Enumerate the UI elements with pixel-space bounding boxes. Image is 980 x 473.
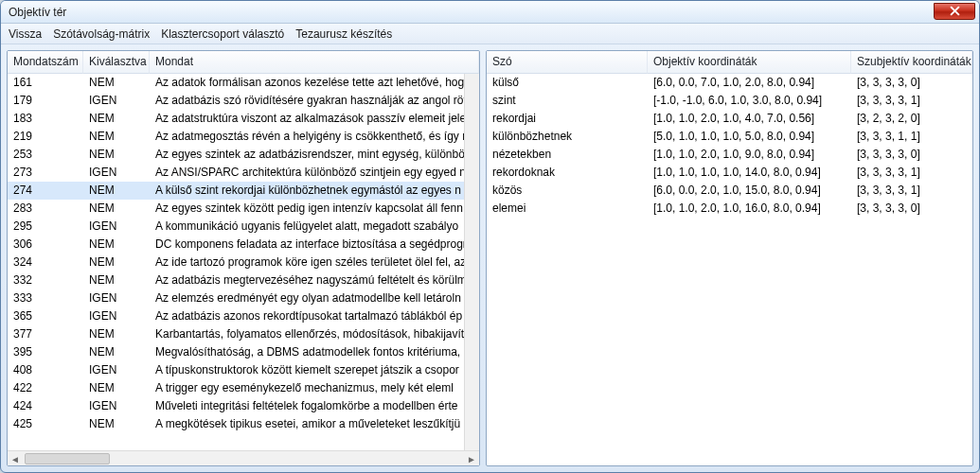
cell-selected[interactable]: NEM [83, 254, 150, 272]
cell-selected[interactable]: NEM [83, 128, 150, 146]
cell-id[interactable]: 253 [8, 146, 83, 164]
cell-objective[interactable]: [5.0, 1.0, 1.0, 1.0, 5.0, 8.0, 0.94] [648, 128, 851, 146]
cell-subjective[interactable]: [3, 3, 3, 3, 1] [851, 182, 972, 200]
cell-selected[interactable]: NEM [83, 325, 150, 343]
horizontal-scrollbar-left[interactable]: ◄ ► [8, 450, 479, 465]
column-header[interactable]: Objektív koordináták [648, 51, 851, 74]
cell-selected[interactable]: NEM [83, 379, 150, 397]
cell-id[interactable]: 295 [8, 218, 83, 236]
cell-word[interactable]: elemei [487, 200, 648, 218]
cell-text[interactable]: Az adatok formálisan azonos kezelése tet… [150, 74, 479, 92]
cell-word[interactable]: közös [487, 182, 648, 200]
menu-item-distance-matrix[interactable]: Szótávolság-mátrix [53, 27, 150, 41]
cell-id[interactable]: 424 [8, 397, 83, 415]
sentences-grid[interactable]: MondatszámKiválasztvaMondat161NEMAz adat… [8, 51, 479, 450]
cell-id[interactable]: 219 [8, 128, 83, 146]
cell-objective[interactable]: [1.0, 1.0, 2.0, 1.0, 4.0, 7.0, 0.56] [648, 110, 851, 128]
cell-text[interactable]: Az ANSI/SPARC architektúra különböző szi… [150, 164, 479, 182]
cell-selected[interactable]: IGEN [83, 218, 150, 236]
cell-id[interactable]: 273 [8, 164, 83, 182]
cell-objective[interactable]: [6.0, 0.0, 2.0, 1.0, 15.0, 8.0, 0.94] [648, 182, 851, 200]
scroll-thumb[interactable] [25, 453, 110, 464]
cell-selected[interactable]: IGEN [83, 361, 150, 379]
cell-id[interactable]: 422 [8, 379, 83, 397]
cell-selected[interactable]: IGEN [83, 164, 150, 182]
cell-id[interactable]: 274 [8, 182, 83, 200]
cell-text[interactable]: A típuskonstruktorok között kiemelt szer… [150, 361, 479, 379]
cell-selected[interactable]: IGEN [83, 92, 150, 110]
cell-id[interactable]: 161 [8, 74, 83, 92]
column-header[interactable]: Kiválasztva [83, 51, 150, 74]
cell-word[interactable]: rekordjai [487, 110, 648, 128]
cell-text[interactable]: Az adatbázis szó rövidítésére gyakran ha… [150, 92, 479, 110]
column-header[interactable]: Szubjektív koordináták [851, 51, 972, 74]
cell-text[interactable]: Az adatbázis azonos rekordtípusokat tart… [150, 307, 479, 325]
close-button[interactable] [934, 3, 975, 20]
cell-text[interactable]: A külső szint rekordjai különbözhetnek e… [150, 182, 479, 200]
cell-subjective[interactable]: [3, 3, 3, 3, 1] [851, 92, 972, 110]
menu-item-cluster-selector[interactable]: Klasztercsoport választó [161, 27, 284, 41]
vertical-scrollbar-left[interactable] [464, 74, 479, 450]
cell-id[interactable]: 365 [8, 307, 83, 325]
cell-text[interactable]: Az egyes szintek között pedig igen inten… [150, 200, 479, 218]
cell-selected[interactable]: NEM [83, 200, 150, 218]
column-header[interactable]: Mondat [150, 51, 479, 74]
cell-id[interactable]: 395 [8, 343, 83, 361]
cell-objective[interactable]: [1.0, 1.0, 2.0, 1.0, 16.0, 8.0, 0.94] [648, 200, 851, 218]
cell-id[interactable]: 408 [8, 361, 83, 379]
cell-selected[interactable]: NEM [83, 272, 150, 289]
cell-id[interactable]: 333 [8, 289, 83, 307]
words-grid[interactable]: SzóObjektív koordinátákSzubjektív koordi… [487, 51, 972, 465]
cell-text[interactable]: Az egyes szintek az adatbázisrendszer, m… [150, 146, 479, 164]
cell-selected[interactable]: IGEN [83, 397, 150, 415]
cell-word[interactable]: nézetekben [487, 146, 648, 164]
cell-text[interactable]: Megvalósíthatóság, a DBMS adatmodellek f… [150, 343, 479, 361]
cell-selected[interactable]: NEM [83, 182, 150, 200]
cell-text[interactable]: Műveleti integritási feltételek fogalomk… [150, 397, 479, 415]
cell-objective[interactable]: [1.0, 1.0, 1.0, 1.0, 14.0, 8.0, 0.94] [648, 164, 851, 182]
cell-id[interactable]: 324 [8, 254, 83, 272]
cell-id[interactable]: 332 [8, 272, 83, 289]
scroll-left-icon[interactable]: ◄ [8, 451, 23, 466]
cell-text[interactable]: Az adatbázis megtervezéséhez nagyszámú f… [150, 272, 479, 289]
cell-selected[interactable]: NEM [83, 415, 150, 433]
cell-text[interactable]: Karbantartás, folyamatos ellenőrzés, mód… [150, 325, 479, 343]
cell-id[interactable]: 183 [8, 110, 83, 128]
cell-selected[interactable]: IGEN [83, 289, 150, 307]
cell-subjective[interactable]: [3, 3, 3, 3, 0] [851, 74, 972, 92]
cell-objective[interactable]: [-1.0, -1.0, 6.0, 1.0, 3.0, 8.0, 0.94] [648, 92, 851, 110]
scroll-right-icon[interactable]: ► [464, 451, 479, 466]
cell-text[interactable]: Az adatmegosztás révén a helyigény is cs… [150, 128, 479, 146]
cell-text[interactable]: A megkötések tipikus esetei, amikor a mű… [150, 415, 479, 433]
cell-selected[interactable]: NEM [83, 146, 150, 164]
cell-word[interactable]: rekordoknak [487, 164, 648, 182]
cell-subjective[interactable]: [3, 3, 3, 1, 1] [851, 128, 972, 146]
cell-text[interactable]: Az elemzés eredményét egy olyan adatmode… [150, 289, 479, 307]
column-header[interactable]: Mondatszám [8, 51, 83, 74]
cell-subjective[interactable]: [3, 3, 3, 3, 0] [851, 146, 972, 164]
cell-selected[interactable]: NEM [83, 110, 150, 128]
cell-text[interactable]: Az adatstruktúra viszont az alkalmazások… [150, 110, 479, 128]
cell-objective[interactable]: [6.0, 0.0, 7.0, 1.0, 2.0, 8.0, 0.94] [648, 74, 851, 92]
menu-item-thesaurus[interactable]: Tezaurusz készítés [295, 27, 392, 41]
cell-selected[interactable]: NEM [83, 343, 150, 361]
cell-subjective[interactable]: [3, 3, 3, 3, 0] [851, 200, 972, 218]
cell-id[interactable]: 306 [8, 236, 83, 254]
cell-text[interactable]: A trigger egy eseménykezelő mechanizmus,… [150, 379, 479, 397]
cell-id[interactable]: 377 [8, 325, 83, 343]
cell-objective[interactable]: [1.0, 1.0, 2.0, 1.0, 9.0, 8.0, 0.94] [648, 146, 851, 164]
cell-subjective[interactable]: [3, 2, 3, 2, 0] [851, 110, 972, 128]
cell-selected[interactable]: IGEN [83, 307, 150, 325]
cell-subjective[interactable]: [3, 3, 3, 3, 1] [851, 164, 972, 182]
cell-text[interactable]: Az ide tartozó programok köre igen széle… [150, 254, 479, 272]
cell-id[interactable]: 179 [8, 92, 83, 110]
cell-word[interactable]: különbözhetnek [487, 128, 648, 146]
cell-id[interactable]: 283 [8, 200, 83, 218]
cell-selected[interactable]: NEM [83, 236, 150, 254]
cell-selected[interactable]: NEM [83, 74, 150, 92]
cell-text[interactable]: DC komponens feladata az interface bizto… [150, 236, 479, 254]
column-header[interactable]: Szó [487, 51, 648, 74]
cell-word[interactable]: külső [487, 74, 648, 92]
cell-id[interactable]: 425 [8, 415, 83, 433]
menu-item-back[interactable]: Vissza [9, 27, 42, 41]
